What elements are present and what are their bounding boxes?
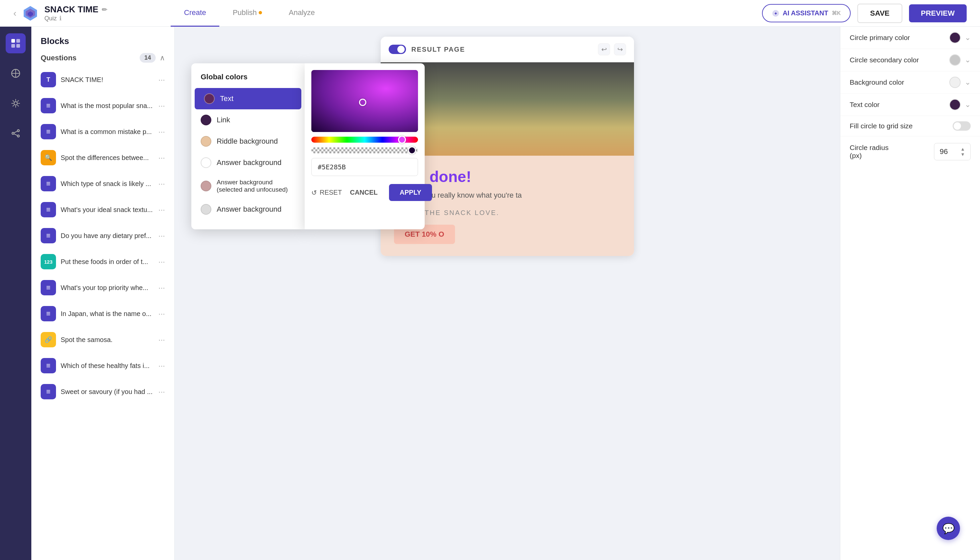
sidebar-settings-button[interactable] [6,93,26,113]
question-menu-button[interactable]: ··· [158,153,165,162]
edit-title-button[interactable]: ✏ [102,6,107,14]
list-item[interactable]: ≡ Which type of snack is likely ... ··· [37,171,169,197]
list-item[interactable]: ≡ Do you have any dietary pref... ··· [37,223,169,249]
question-menu-button[interactable]: ··· [158,101,165,110]
spinner-down-button[interactable]: ▼ [960,152,965,157]
color-item-answer-bg-selected[interactable]: Answer background(selected and unfocused… [191,173,305,199]
text-color-swatch[interactable] [949,99,961,110]
question-menu-button[interactable]: ··· [158,231,165,240]
svg-line-16 [14,131,17,133]
question-menu-button[interactable]: ··· [158,283,165,292]
question-menu-button[interactable]: ··· [158,387,165,396]
alpha-slider[interactable] [311,147,418,153]
question-icon: ≡ [41,176,56,191]
color-item-link[interactable]: Link [191,109,305,131]
question-menu-button[interactable]: ··· [158,309,165,318]
question-text: Do you have any dietary pref... [61,232,154,240]
list-item[interactable]: 🔗 Spot the samosa. ··· [37,327,169,353]
chat-icon: 💬 [942,523,955,534]
color-item-answer-bg-2[interactable]: Answer background [191,199,305,220]
ai-assistant-button[interactable]: ✦ AI ASSISTANT ⌘K [762,4,851,22]
list-item[interactable]: ≡ Sweet or savoury (if you had ... ··· [37,379,169,405]
logo-area: ‹ SNACK TIME ✏ Quiz ℹ [13,4,107,22]
reset-button[interactable]: ↺ RESET [311,189,342,197]
question-menu-button[interactable]: ··· [158,361,165,370]
circle-secondary-color-chevron[interactable]: ⌄ [965,56,971,64]
answer-bg-color-circle [201,157,211,168]
svg-rect-6 [16,39,20,43]
list-item[interactable]: 🔍 Spot the differences betwee... ··· [37,145,169,171]
questions-label: Questions [41,54,77,62]
color-item-riddle-bg[interactable]: Riddle background [191,131,305,152]
list-item[interactable]: 123 Put these foods in order of t... ··· [37,249,169,275]
sidebar-design-button[interactable] [6,63,26,83]
color-gradient-canvas[interactable] [311,70,418,132]
chat-bubble-button[interactable]: 💬 [937,517,960,540]
tab-publish[interactable]: Publish [219,0,275,27]
apply-button[interactable]: APPLY [389,184,432,201]
background-color-chevron[interactable]: ⌄ [965,78,971,87]
list-item[interactable]: T SNACK TIME! ··· [37,67,169,93]
blocks-title: Blocks [41,36,69,46]
result-card-header: RESULT PAGE ↩ ↪ [381,37,634,62]
circle-secondary-color-row: Circle secondary color ⌄ [840,49,980,71]
tab-analyze[interactable]: Analyze [275,0,328,27]
questions-section-header: Questions 14 ∧ [31,46,174,67]
question-icon: ≡ [41,98,56,113]
circle-secondary-color-swatch[interactable] [949,54,961,66]
circle-radius-spinner: ▲ ▼ [960,147,965,157]
result-page-toggle[interactable] [389,45,406,54]
well-done-text: Well done! [394,168,621,186]
question-menu-button[interactable]: ··· [158,179,165,188]
cancel-button[interactable]: CANCEL [342,184,386,201]
question-icon: ≡ [41,202,56,217]
link-color-circle [201,115,211,125]
tab-create[interactable]: Create [171,0,219,27]
question-menu-button[interactable]: ··· [158,335,165,344]
circle-primary-color-chevron[interactable]: ⌄ [965,33,971,42]
undo-button[interactable]: ↩ [598,43,610,55]
share-text: SHARE THE SNACK LOVE. [394,209,621,217]
question-icon: 123 [41,254,56,269]
background-color-controls: ⌄ [949,77,971,88]
text-color-chevron[interactable]: ⌄ [965,100,971,109]
question-menu-button[interactable]: ··· [158,127,165,136]
circle-primary-color-label: Circle primary color [850,34,910,42]
circle-secondary-color-controls: ⌄ [949,54,971,66]
blocks-icon [11,38,21,48]
question-text: Which of these healthy fats i... [61,362,154,370]
color-item-answer-bg[interactable]: Answer background [191,152,305,173]
question-menu-button[interactable]: ··· [158,75,165,84]
fill-circle-toggle[interactable] [953,121,971,131]
question-text: In Japan, what is the name o... [61,310,154,318]
back-button[interactable]: ‹ [13,8,16,19]
list-item[interactable]: ≡ What's your ideal snack textu... ··· [37,197,169,223]
background-color-swatch[interactable] [949,77,961,88]
sidebar-share-button[interactable] [6,123,26,143]
text-color-circle [204,93,215,104]
hex-color-input[interactable] [311,158,418,176]
save-button[interactable]: SAVE [857,4,902,23]
list-item[interactable]: ≡ Which of these healthy fats i... ··· [37,353,169,379]
svg-rect-7 [11,44,15,48]
list-item[interactable]: ≡ What's your top priority whe... ··· [37,275,169,301]
list-item[interactable]: ≡ What is a common mistake p... ··· [37,119,169,145]
circle-radius-label: Circle radius(px) [850,144,889,160]
spinner-up-button[interactable]: ▲ [960,147,965,151]
redo-button[interactable]: ↪ [614,43,626,55]
list-item[interactable]: ≡ What is the most popular sna... ··· [37,93,169,119]
questions-count: 14 [140,53,156,63]
hue-slider[interactable] [311,137,418,143]
circle-radius-input[interactable]: 96 ▲ ▼ [934,143,971,160]
preview-button[interactable]: PREVIEW [909,4,967,22]
list-item[interactable]: ≡ In Japan, what is the name o... ··· [37,301,169,327]
question-menu-button[interactable]: ··· [158,205,165,214]
questions-collapse-button[interactable]: ∧ [160,54,165,62]
sidebar-blocks-button[interactable] [6,33,26,53]
color-item-text[interactable]: Text [195,88,301,109]
svg-point-14 [12,132,14,134]
question-menu-button[interactable]: ··· [158,257,165,266]
question-icon: ≡ [41,124,56,139]
circle-primary-color-swatch[interactable] [949,32,961,43]
ai-icon: ✦ [772,10,779,17]
